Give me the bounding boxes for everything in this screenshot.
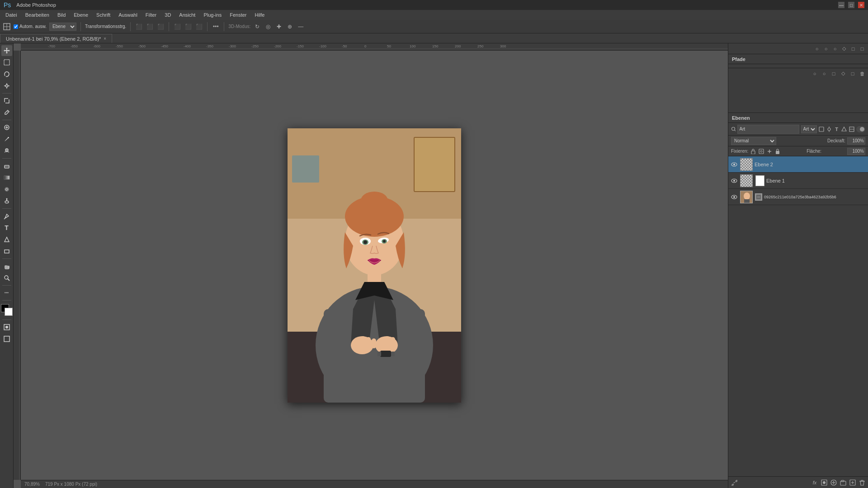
magic-wand-tool[interactable]	[1, 80, 12, 91]
dist3-icon[interactable]: ⬛	[195, 23, 203, 31]
filter-shape-icon[interactable]	[841, 126, 847, 133]
adjustment-add-icon[interactable]	[830, 479, 838, 487]
group-icon[interactable]	[839, 479, 847, 487]
background-color[interactable]	[5, 308, 13, 316]
brush-tool[interactable]	[1, 134, 12, 145]
blend-mode-select[interactable]: Normal Auflösen Abdunkeln Multiplizieren…	[731, 137, 776, 145]
filter-smart-icon[interactable]	[849, 126, 855, 133]
align-top-icon[interactable]: ⬛	[135, 23, 143, 31]
heal-tool[interactable]	[1, 122, 12, 133]
opacity-input[interactable]	[847, 137, 865, 145]
menu-bearbeiten[interactable]: Bearbeiten	[22, 11, 53, 19]
eyedropper-tool[interactable]	[1, 107, 12, 118]
pfade-icon-fill[interactable]: ○	[811, 70, 819, 78]
lasso-tool[interactable]	[1, 69, 12, 80]
pfade-icon-new[interactable]: □	[849, 70, 857, 78]
pfade-icon-mask[interactable]: □	[830, 70, 838, 78]
orbit-icon[interactable]: ◎	[264, 23, 272, 31]
menu-schrift[interactable]: Schrift	[93, 11, 114, 19]
mask-add-icon[interactable]	[820, 479, 828, 487]
filter-toggle[interactable]	[856, 126, 865, 132]
scale3d-icon[interactable]: —	[297, 23, 305, 31]
layer-search-input[interactable]	[737, 125, 799, 134]
layer-type-select[interactable]: Art	[801, 125, 817, 133]
color-picker[interactable]	[1, 304, 13, 316]
shape-tool[interactable]	[1, 246, 12, 257]
panel-icon-1[interactable]: ○	[813, 45, 821, 53]
menu-datei[interactable]: Datei	[2, 11, 21, 19]
lock-image-icon[interactable]	[758, 148, 764, 155]
lock-all-icon[interactable]	[774, 148, 781, 155]
panel-icon-4[interactable]: ◇	[840, 45, 848, 53]
pen-tool[interactable]	[1, 211, 12, 221]
type-tool[interactable]: T	[1, 222, 12, 233]
tab-close-button[interactable]: ×	[104, 36, 106, 41]
panel-icon-3[interactable]: ○	[831, 45, 839, 53]
menu-fenster[interactable]: Fenster	[226, 11, 250, 19]
filter-adjust-icon[interactable]	[826, 126, 832, 133]
filler-input[interactable]	[847, 148, 865, 155]
rotate-icon[interactable]: ↻	[253, 23, 261, 31]
menu-auswahl[interactable]: Auswahl	[115, 11, 141, 19]
layer-visibility-ebene2[interactable]	[730, 160, 738, 169]
menu-filter[interactable]: Filter	[142, 11, 160, 19]
pfade-icon-stroke[interactable]: ○	[820, 70, 828, 78]
pfade-icon-shape[interactable]: ◇	[839, 70, 847, 78]
dist2-icon[interactable]: ⬛	[184, 23, 192, 31]
menu-bild[interactable]: Bild	[54, 11, 69, 19]
extra-tools[interactable]: •••	[1, 287, 12, 298]
layer-item-hash[interactable]: 09265c211e010a725e3ba4623a92b5b6	[728, 189, 868, 205]
layer-visibility-hash[interactable]	[730, 193, 738, 201]
align-mid-icon[interactable]: ⬛	[146, 23, 154, 31]
menu-ebene[interactable]: Ebene	[70, 11, 92, 19]
link-icon[interactable]	[730, 479, 738, 487]
slide-icon[interactable]: ⊕	[286, 23, 294, 31]
layer-item-ebene1[interactable]: Ebene 1	[728, 173, 868, 189]
lock-position-icon[interactable]	[766, 148, 773, 155]
align-bottom-icon[interactable]: ⬛	[156, 23, 165, 31]
move-tool[interactable]	[1, 45, 12, 56]
layer-item-ebene2[interactable]: Ebene 2	[728, 156, 868, 173]
gradient-tool[interactable]	[1, 172, 12, 183]
menu-3d[interactable]: 3D	[161, 11, 175, 19]
fx-icon[interactable]: fx	[811, 479, 819, 487]
clone-tool[interactable]	[1, 145, 12, 156]
pfade-icon-delete[interactable]: 🗑	[858, 70, 866, 78]
canvas-statusbar: 70,89% 719 Px x 1080 Px (72 ppi)	[21, 480, 728, 488]
minimize-button[interactable]: —	[838, 2, 844, 8]
dodge-tool[interactable]	[1, 196, 12, 206]
auto-select-checkbox[interactable]	[14, 24, 18, 29]
new-layer-icon[interactable]	[849, 479, 857, 487]
path-select-tool[interactable]	[1, 234, 12, 245]
svg-point-27	[5, 276, 8, 279]
maximize-button[interactable]: □	[848, 2, 854, 8]
more-icon[interactable]: •••	[212, 23, 220, 31]
panel-icon-5[interactable]: □	[849, 45, 857, 53]
ruler-vertical	[14, 51, 21, 480]
menu-plugins[interactable]: Plug-ins	[200, 11, 225, 19]
filter-text-icon[interactable]: T	[834, 126, 840, 133]
layer-kind-select[interactable]: Ebene	[49, 23, 76, 31]
mask-mode[interactable]	[1, 322, 12, 333]
fixieren-label: Fixieren:	[731, 149, 748, 154]
filter-pixel-icon[interactable]	[819, 126, 825, 133]
layer-visibility-ebene1[interactable]	[730, 177, 738, 185]
screen-mode[interactable]	[1, 333, 12, 344]
document-tab[interactable]: Unbenannt-1 bei 70,9% (Ebene 2, RGB/8)* …	[0, 34, 112, 43]
blur-tool[interactable]	[1, 184, 12, 195]
lock-transparent-icon[interactable]	[750, 148, 756, 155]
menu-ansicht[interactable]: Ansicht	[175, 11, 199, 19]
hand-tool[interactable]	[1, 261, 12, 272]
close-button[interactable]: ✕	[858, 2, 864, 8]
pan-icon[interactable]: ✚	[275, 23, 283, 31]
panel-icon-2[interactable]: ○	[822, 45, 830, 53]
crop-tool[interactable]	[1, 95, 12, 106]
eraser-tool[interactable]	[1, 160, 12, 171]
window-controls[interactable]: — □ ✕	[838, 2, 864, 8]
panel-icon-6[interactable]: □	[858, 45, 866, 53]
menu-hilfe[interactable]: Hilfe	[251, 11, 268, 19]
delete-layer-icon[interactable]	[858, 479, 866, 487]
zoom-tool[interactable]	[1, 272, 12, 283]
marquee-tool[interactable]	[1, 57, 12, 68]
dist-icon[interactable]: ⬛	[173, 23, 181, 31]
